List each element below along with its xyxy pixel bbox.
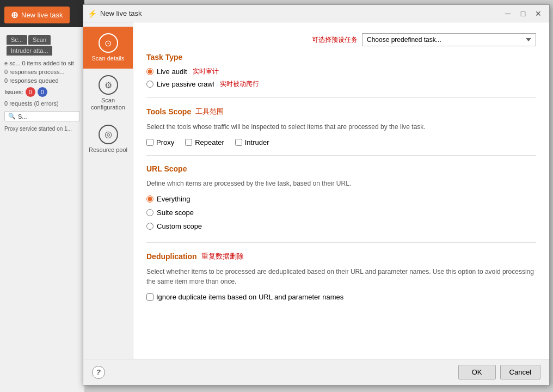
url-scope-radio-group: Everything Suite scope Custom scope (146, 195, 536, 234)
custom-scope-label[interactable]: Custom scope (157, 222, 202, 230)
radio-live-audit: Live audit 实时审计 (146, 67, 536, 76)
suite-scope-radio[interactable] (146, 209, 153, 216)
background-content: Sc... Scan Intruder atta... e sc... 0 it… (0, 27, 84, 392)
minimize-button[interactable]: ─ (501, 7, 514, 20)
everything-label[interactable]: Everything (157, 195, 190, 203)
resource-pool-icon: ◎ (99, 125, 118, 144)
everything-radio[interactable] (146, 195, 153, 203)
footer-buttons: OK Cancel (458, 365, 540, 379)
live-audit-label[interactable]: Live audit (157, 68, 187, 76)
tools-scope-header: Tools Scope 工具范围 (146, 107, 536, 117)
dialog-icon: ⚡ (88, 9, 97, 18)
tab-row: Sc... Scan Intruder atta... (7, 35, 78, 56)
title-bar: ⚡ New live task ─ □ ✕ (83, 5, 549, 22)
dedup-checkbox[interactable] (146, 293, 153, 301)
title-bar-left: ⚡ New live task (88, 9, 142, 18)
predefined-row: 可选择预设任务 Choose predefined task... (146, 33, 536, 46)
plus-icon: ⊕ (11, 10, 18, 20)
tools-checkbox-group: Proxy Repeater Intruder (146, 138, 536, 146)
resource-pool-label: Resource pool (89, 146, 127, 154)
repeater-checkbox[interactable] (185, 139, 192, 146)
predefined-label: 可选择预设任务 (312, 35, 358, 45)
tab-sc[interactable]: Sc... (7, 35, 27, 45)
proxy-label[interactable]: Proxy (156, 138, 174, 146)
maximize-button[interactable]: □ (517, 7, 530, 20)
dialog-body: ⊙ Scan details ⚙ Scan configuration ◎ Re… (83, 22, 549, 359)
help-button[interactable]: ? (92, 366, 105, 379)
dedup-header: Deduplication 重复数据删除 (146, 252, 536, 261)
live-passive-radio[interactable] (146, 81, 153, 88)
divider-3 (146, 242, 536, 243)
dedup-title: Deduplication (146, 252, 197, 261)
responses-queued: 0 responses queued (4, 77, 80, 84)
proxy-checkbox-item: Proxy (146, 138, 174, 146)
issues-label: Issues: (4, 89, 23, 95)
dedup-desc: Select whether items to be processed are… (146, 267, 536, 286)
dedup-checkbox-item: Ignore duplicate items based on URL and … (146, 293, 536, 301)
proxy-checkbox[interactable] (146, 139, 153, 146)
tab-intruder[interactable]: Intruder atta... (7, 46, 52, 56)
responses-proc: 0 responses process... (4, 69, 80, 75)
live-passive-label[interactable]: Live passive crawl (157, 80, 214, 88)
url-scope-header: URL Scope (146, 164, 536, 173)
log-line: Proxy service started on 1... (4, 126, 80, 132)
radio-everything: Everything (146, 195, 536, 203)
dialog-window: ⚡ New live task ─ □ ✕ ⊙ Scan details ⚙ S… (83, 4, 550, 385)
sidebar-item-scan-details[interactable]: ⊙ Scan details (83, 27, 133, 69)
radio-custom-scope: Custom scope (146, 222, 536, 230)
dialog-main: 可选择预设任务 Choose predefined task... Task T… (133, 22, 549, 359)
issues-badge-blue: 0 (38, 87, 47, 97)
dialog-sidebar: ⊙ Scan details ⚙ Scan configuration ◎ Re… (83, 22, 133, 359)
search-icon: 🔍 (8, 113, 16, 120)
ok-button[interactable]: OK (458, 365, 496, 379)
close-button[interactable]: ✕ (532, 7, 545, 20)
task-type-radio-group: Live audit 实时审计 Live passive crawl 实时被动爬… (146, 67, 536, 89)
intruder-checkbox[interactable] (235, 139, 242, 146)
task-type-title: Task Type (146, 53, 182, 62)
url-scope-title: URL Scope (146, 164, 187, 173)
live-audit-radio[interactable] (146, 68, 153, 75)
sidebar-item-resource-pool[interactable]: ◎ Resource pool (83, 118, 133, 160)
issues-row: Issues: 0 0 (4, 87, 80, 97)
live-audit-chinese: 实时审计 (193, 67, 219, 76)
scan-config-label: Scan configuration (88, 97, 128, 111)
scan-details-label: Scan details (92, 55, 125, 62)
title-bar-controls: ─ □ ✕ (501, 7, 545, 20)
tools-scope-chinese: 工具范围 (195, 107, 224, 117)
custom-scope-radio[interactable] (146, 223, 153, 230)
scan-config-icon: ⚙ (99, 75, 118, 95)
predefined-task-select[interactable]: Choose predefined task... (362, 33, 536, 46)
tools-scope-desc: Select the tools whose traffic will be i… (146, 122, 536, 132)
intruder-checkbox-item: Intruder (235, 138, 269, 146)
sidebar-item-scan-config[interactable]: ⚙ Scan configuration (83, 69, 133, 118)
cancel-button[interactable]: Cancel (500, 365, 540, 379)
search-bar[interactable]: 🔍 S... (4, 111, 80, 121)
tools-scope-title: Tools Scope (146, 107, 191, 116)
intruder-label[interactable]: Intruder (245, 138, 269, 146)
divider-1 (146, 97, 536, 98)
task-type-header: Task Type (146, 53, 536, 62)
scan-details-icon: ⊙ (99, 33, 118, 53)
dialog-footer: ? OK Cancel (83, 359, 549, 385)
dialog-title: New live task (100, 9, 142, 17)
radio-suite-scope: Suite scope (146, 209, 536, 217)
new-live-task-button[interactable]: ⊕ New live task (4, 7, 70, 23)
divider-2 (146, 155, 536, 156)
items-line: e sc... 0 items added to sit (4, 60, 80, 66)
dedup-chinese: 重复数据删除 (201, 252, 244, 261)
url-scope-desc: Define which items are processed by the … (146, 179, 536, 188)
live-passive-chinese: 实时被动爬行 (220, 79, 259, 89)
tab-scan[interactable]: Scan (28, 35, 51, 45)
repeater-label[interactable]: Repeater (195, 138, 224, 146)
issues-badge-red: 0 (26, 87, 35, 97)
radio-live-passive: Live passive crawl 实时被动爬行 (146, 79, 536, 89)
repeater-checkbox-item: Repeater (185, 138, 224, 146)
requests-line: 0 requests (0 errors) (4, 100, 80, 107)
dedup-checkbox-label[interactable]: Ignore duplicate items based on URL and … (156, 293, 343, 301)
suite-scope-label[interactable]: Suite scope (157, 209, 194, 217)
